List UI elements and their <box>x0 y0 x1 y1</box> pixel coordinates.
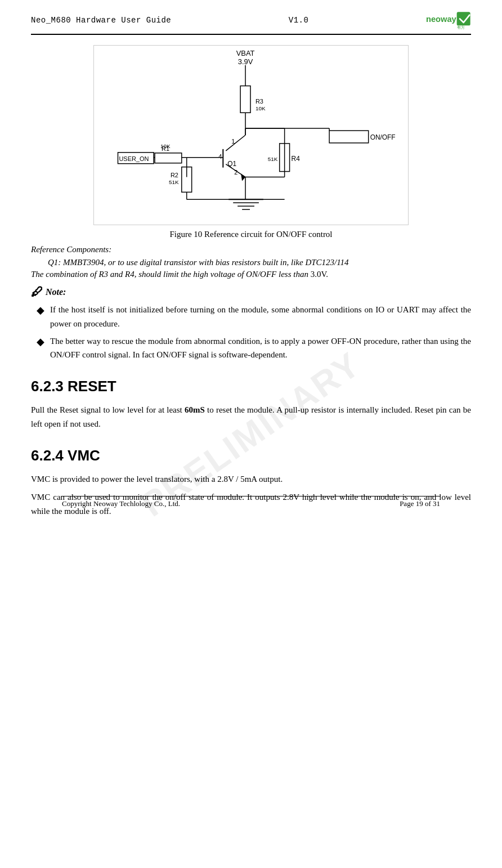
section-vmc-para1: VMC is provided to power the level trans… <box>31 472 471 486</box>
svg-text:10K: 10K <box>160 143 171 149</box>
svg-text:VBAT: VBAT <box>236 49 255 57</box>
bullet-item-1: ◆ If the host itself is not initialized … <box>37 303 471 331</box>
ref-r3r4-normal: 3.0V. <box>308 270 328 279</box>
svg-text:R3: R3 <box>256 98 263 105</box>
section-reset-heading: 6.2.3 RESET <box>31 378 471 395</box>
bullet-diamond-1: ◆ <box>37 304 44 316</box>
section-vmc-heading: 6.2.4 VMC <box>31 447 471 464</box>
svg-text:10K: 10K <box>256 105 266 111</box>
svg-rect-6 <box>240 86 250 113</box>
doc-version: V1.0 <box>289 16 309 25</box>
svg-text:51K: 51K <box>169 179 179 185</box>
figure-caption: Figure 10 Reference circuit for ON/OFF c… <box>169 230 332 239</box>
svg-text:R4: R4 <box>292 155 301 163</box>
circuit-diagram: VBAT 3.9V R3 10K ON/OFF <box>93 45 409 225</box>
svg-text:R2: R2 <box>171 172 178 178</box>
svg-text:51K: 51K <box>268 156 278 162</box>
svg-text:2: 2 <box>234 169 237 176</box>
svg-marker-19 <box>241 174 245 181</box>
svg-text:neoway: neoway <box>426 15 457 24</box>
footer-left: Copyright Neoway Techlology Co., Ltd. <box>62 499 180 508</box>
ref-r3r4-italic: The combination of R3 and R4, should lim… <box>31 270 308 279</box>
bold-60ms: 60mS <box>185 405 205 414</box>
svg-text:Q1: Q1 <box>227 160 236 168</box>
page-header: Neo_M680 Hardware User Guide V1.0 neoway… <box>31 10 471 35</box>
svg-rect-0 <box>457 12 470 25</box>
note-header: 🖊 Note: <box>31 285 471 299</box>
section-reset-para: Pull the Reset signal to low level for a… <box>31 403 471 431</box>
ref-components-label: Reference Components: <box>31 245 471 254</box>
ref-q1-text: Q1: MMBT3904, or to use digital transist… <box>48 258 471 267</box>
svg-text:有方: 有方 <box>457 25 465 30</box>
svg-rect-12 <box>329 131 369 143</box>
page-footer: Copyright Neoway Techlology Co., Ltd. Pa… <box>62 496 440 508</box>
svg-text:4: 4 <box>218 153 222 160</box>
svg-text:1: 1 <box>231 138 235 145</box>
note-label: Note: <box>46 287 66 297</box>
svg-text:ON/OFF: ON/OFF <box>370 133 396 141</box>
doc-title: Neo_M680 Hardware User Guide <box>31 16 171 25</box>
svg-line-16 <box>226 135 245 151</box>
svg-text:USER_ON: USER_ON <box>119 155 149 162</box>
svg-rect-29 <box>155 153 182 163</box>
company-logo: neoway 有方 <box>426 10 471 30</box>
bullet-item-2: ◆ The better way to rescue the module fr… <box>37 334 471 363</box>
footer-right: Page 19 of 31 <box>400 499 440 508</box>
note-icon: 🖊 <box>31 285 43 299</box>
bullet-diamond-2: ◆ <box>37 335 44 348</box>
bullet-text-2: The better way to rescue the module from… <box>50 334 471 363</box>
ref-r3r4-text: The combination of R3 and R4, should lim… <box>31 270 471 279</box>
figure-container: VBAT 3.9V R3 10K ON/OFF <box>31 45 471 239</box>
bullet-text-1: If the host itself is not initialized be… <box>50 303 471 331</box>
svg-text:3.9V: 3.9V <box>238 57 253 66</box>
